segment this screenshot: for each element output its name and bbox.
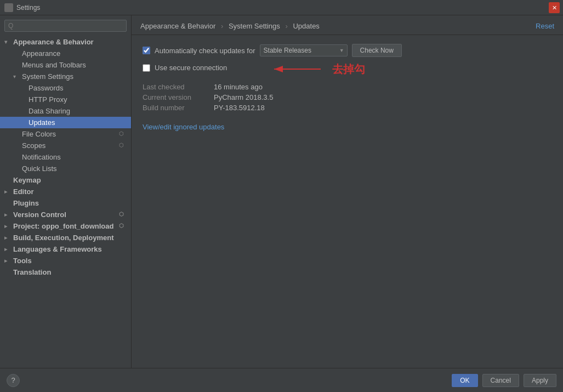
breadcrumb: Appearance & Behavior › System Settings … [140,22,320,30]
sidebar-item-label: System Settings [22,72,73,81]
sidebar-item-scopes[interactable]: Scopes⬡ [0,140,131,151]
sidebar-item-label: Project: oppo_font_download [13,222,113,230]
sidebar-item-label: Keymap [13,176,41,184]
sidebar-item-label: Appearance [22,49,60,58]
sidebar-item-label: Version Control [13,211,66,219]
last-checked-label: Last checked [143,83,214,91]
info-section: Last checked 16 minutes ago Current vers… [143,83,552,112]
secure-connection-checkbox[interactable] [143,64,150,72]
sidebar-item-label: Passwords [29,84,64,92]
sidebar-item-label: Plugins [13,199,39,207]
sidebar-item-label: Updates [29,118,55,127]
external-icon: ⬡ [119,223,127,230]
sidebar-item-label: Data Sharing [29,107,70,115]
sidebar-item-data-sharing[interactable]: Data Sharing [0,105,131,117]
last-checked-value: 16 minutes ago [214,83,263,91]
arrow-svg [269,61,323,77]
content-header: Appearance & Behavior › System Settings … [132,15,563,35]
sidebar-item-plugins[interactable]: Plugins [0,197,131,209]
last-checked-row: Last checked 16 minutes ago [143,83,552,91]
breadcrumb-sep1: › [221,22,223,30]
search-input[interactable] [4,20,127,32]
ok-button[interactable]: OK [452,374,477,387]
close-button[interactable]: ✕ [549,2,560,13]
dropdown-wrapper: Stable Releases Early Access Program Bet… [260,44,348,56]
sidebar-item-system-settings[interactable]: ▾System Settings [0,71,131,82]
breadcrumb-part2: System Settings [229,22,280,30]
sidebar-item-languages-frameworks[interactable]: ▸Languages & Frameworks [0,243,131,255]
expand-arrow: ▸ [4,246,11,252]
update-channel-dropdown[interactable]: Stable Releases Early Access Program Bet… [260,44,348,56]
breadcrumb-part1: Appearance & Behavior [140,22,215,30]
breadcrumb-current: Updates [293,22,319,30]
secure-connection-area: Use secure connection 去掉勾 [143,64,552,72]
sidebar-item-file-colors[interactable]: File Colors⬡ [0,128,131,140]
content-panel: Appearance & Behavior › System Settings … [132,15,563,368]
sidebar-item-label: Appearance & Behavior [13,38,94,46]
bottom-actions: OK Cancel Apply [452,374,556,387]
sidebar-item-translation[interactable]: Translation [0,266,131,278]
sidebar-item-label: Build, Execution, Deployment [13,234,113,242]
external-icon: ⬡ [119,211,127,219]
sidebar-item-quick-lists[interactable]: Quick Lists [0,163,131,174]
apply-button[interactable]: Apply [524,374,556,387]
sidebar-item-updates[interactable]: Updates [0,117,131,128]
sidebar-item-label: Translation [13,268,51,276]
external-icon: ⬡ [119,130,127,138]
main-layout: ▾Appearance & BehaviorAppearanceMenus an… [0,15,563,368]
expand-arrow: ▸ [4,223,11,229]
sidebar-item-label: Languages & Frameworks [13,245,102,253]
content-body: Automatically check updates for Stable R… [132,35,563,140]
check-now-button[interactable]: Check Now [352,44,402,57]
sidebar-item-editor[interactable]: ▸Editor [0,186,131,197]
sidebar-item-passwords[interactable]: Passwords [0,82,131,94]
sidebar-item-label: Menus and Toolbars [22,61,86,69]
annotation-text: 去掉勾 [332,62,365,77]
expand-arrow: ▾ [13,73,20,79]
expand-arrow: ▾ [4,39,11,45]
expand-arrow: ▸ [4,189,11,195]
current-version-label: Current version [143,93,214,101]
sidebar-item-appearance[interactable]: Appearance [0,48,131,59]
breadcrumb-sep2: › [285,22,287,30]
view-edit-link[interactable]: View/edit ignored updates [143,123,224,131]
sidebar-item-version-control[interactable]: ▸Version Control⬡ [0,209,131,220]
sidebar-item-label: Quick Lists [22,164,57,173]
annotation-container: 去掉勾 [269,61,365,77]
auto-check-row: Automatically check updates for Stable R… [143,44,552,57]
current-version-row: Current version PyCharm 2018.3.5 [143,93,552,101]
expand-arrow: ▸ [4,212,11,218]
sidebar-item-tools[interactable]: ▸Tools [0,255,131,266]
sidebar-item-project-oppo[interactable]: ▸Project: oppo_font_download⬡ [0,220,131,232]
external-icon: ⬡ [119,142,127,150]
sidebar-item-appearance-behavior[interactable]: ▾Appearance & Behavior [0,36,131,48]
current-version-value: PyCharm 2018.3.5 [214,93,273,101]
build-number-row: Build number PY-183.5912.18 [143,104,552,112]
build-number-label: Build number [143,104,214,112]
sidebar-item-menus-toolbars[interactable]: Menus and Toolbars [0,59,131,71]
sidebar-item-label: Editor [13,188,34,196]
sidebar: ▾Appearance & BehaviorAppearanceMenus an… [0,15,132,368]
reset-link[interactable]: Reset [536,22,554,30]
sidebar-item-http-proxy[interactable]: HTTP Proxy [0,94,131,105]
sidebar-item-label: Scopes [22,141,46,150]
auto-check-label: Automatically check updates for [155,47,255,55]
cancel-button[interactable]: Cancel [482,374,519,387]
build-number-value: PY-183.5912.18 [214,104,265,112]
sidebar-item-build-execution[interactable]: ▸Build, Execution, Deployment [0,232,131,243]
sidebar-item-notifications[interactable]: Notifications [0,151,131,163]
sidebar-item-label: HTTP Proxy [29,95,67,104]
help-button[interactable]: ? [7,374,20,387]
sidebar-search-area [0,15,131,36]
expand-arrow: ▸ [4,235,11,241]
window-title: Settings [16,4,40,12]
sidebar-item-label: File Colors [22,130,56,138]
sidebar-items-container: ▾Appearance & BehaviorAppearanceMenus an… [0,36,131,278]
title-bar: Settings ✕ [0,0,563,15]
auto-check-checkbox[interactable] [143,47,150,54]
app-icon [4,3,13,12]
sidebar-item-keymap[interactable]: Keymap [0,174,131,186]
secure-connection-label: Use secure connection [155,64,227,72]
expand-arrow: ▸ [4,258,11,264]
bottom-bar: ? OK Cancel Apply [0,368,563,392]
